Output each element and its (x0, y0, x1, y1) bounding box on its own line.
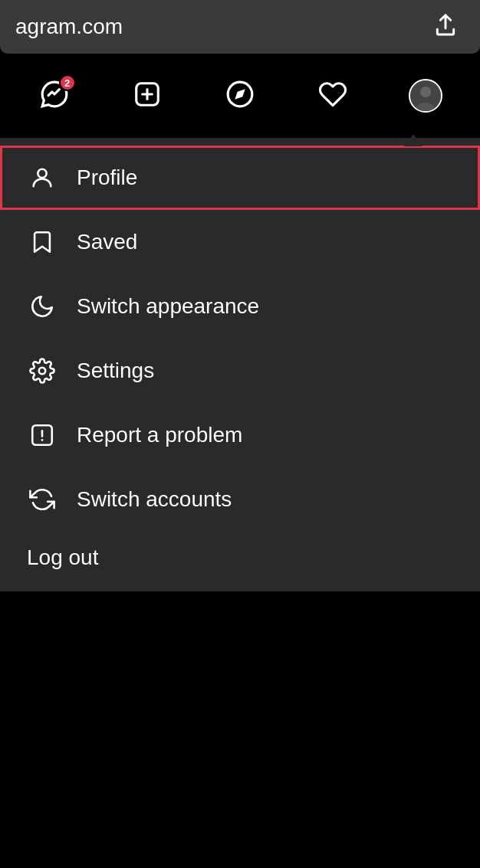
svg-marker-4 (235, 89, 245, 99)
menu-item-settings-label: Settings (77, 359, 154, 383)
add-icon (133, 80, 162, 112)
moon-icon (27, 291, 58, 322)
heart-icon (318, 80, 347, 112)
menu-item-settings[interactable]: Settings (0, 339, 480, 403)
bookmark-icon (27, 227, 58, 257)
add-nav-item[interactable] (124, 73, 170, 119)
switch-icon (27, 484, 58, 515)
share-icon (433, 13, 458, 41)
svg-point-6 (420, 87, 431, 97)
menu-item-profile-label: Profile (77, 165, 137, 190)
menu-item-switch-accounts-label: Switch accounts (77, 487, 232, 512)
report-icon (27, 420, 58, 450)
person-icon (27, 162, 58, 193)
menu-item-saved-label: Saved (77, 230, 137, 254)
svg-point-12 (41, 440, 42, 441)
browser-bar: agram.com (0, 0, 480, 54)
menu-item-report[interactable]: Report a problem (0, 403, 480, 467)
dropdown-menu: Profile Saved Switch appearance Settings (0, 138, 480, 591)
menu-item-switch-accounts[interactable]: Switch accounts (0, 467, 480, 532)
settings-icon (27, 355, 58, 386)
svg-point-9 (39, 368, 46, 375)
profile-nav-item[interactable] (403, 73, 449, 119)
app-header: 2 (0, 54, 480, 138)
menu-item-saved[interactable]: Saved (0, 210, 480, 274)
share-button[interactable] (426, 8, 465, 46)
menu-item-switch-appearance[interactable]: Switch appearance (0, 274, 480, 339)
explore-nav-item[interactable] (217, 73, 263, 119)
messenger-nav-item[interactable]: 2 (31, 73, 77, 119)
menu-item-profile[interactable]: Profile (0, 146, 480, 210)
menu-item-switch-appearance-label: Switch appearance (77, 294, 259, 319)
activity-nav-item[interactable] (310, 73, 356, 119)
dropdown-arrow (404, 134, 422, 146)
notification-badge: 2 (59, 74, 76, 91)
address-bar-text: agram.com (15, 15, 123, 39)
svg-point-8 (38, 169, 46, 178)
explore-icon (225, 80, 255, 112)
menu-item-report-label: Report a problem (77, 423, 242, 447)
menu-item-logout-label: Log out (27, 545, 98, 570)
menu-item-logout[interactable]: Log out (0, 532, 480, 584)
avatar (409, 79, 442, 113)
